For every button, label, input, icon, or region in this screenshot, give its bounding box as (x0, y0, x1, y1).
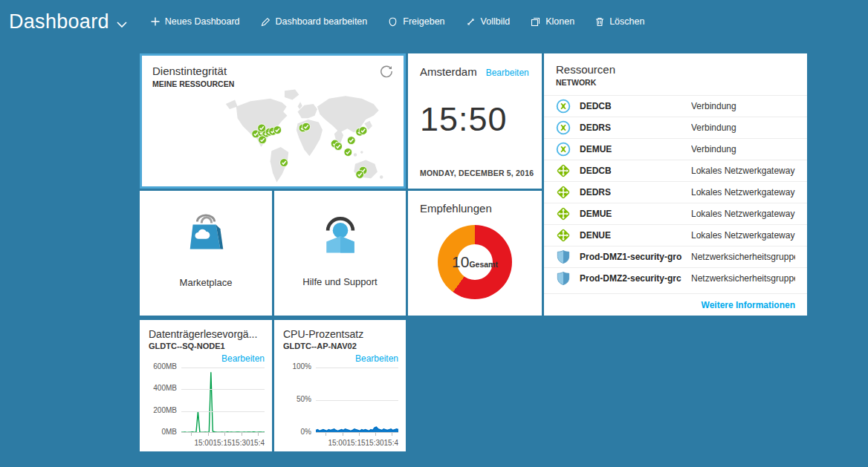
menu-label: Neues Dashboard (165, 16, 240, 27)
disk-edit-link[interactable]: Bearbeiten (221, 353, 265, 364)
y-axis-label: 0MB (161, 428, 177, 436)
connection-icon (556, 120, 571, 135)
tile-recommendations[interactable]: Empfehlungen 10Gesamt (408, 191, 542, 316)
resource-type: Verbindung (691, 123, 795, 133)
x-axis-tick (258, 433, 259, 436)
resource-type: Lokales Netzwerkgateway (691, 230, 795, 241)
disk-chart-x-axis: 15:0015:1515:3015:4 (181, 439, 265, 447)
tile-cpu-chart[interactable]: CPU-Prozentsatz GLDTC--AP-NAV02 Bearbeit… (274, 320, 406, 451)
resource-name: DENUE (580, 230, 691, 241)
marketplace-bag-icon (183, 212, 229, 261)
tile-title: Datenträgerlesevorgä... (149, 328, 265, 340)
gridline (316, 400, 398, 401)
donut-total: 10 (452, 253, 469, 270)
clock-city: Amsterdam (420, 65, 477, 78)
y-axis-label: 400MB (153, 385, 177, 393)
resource-row[interactable]: Prod-DMZ2-security-grcNetzwerksicherheit… (544, 267, 807, 289)
x-axis-tick (359, 433, 360, 436)
topbar: Dashboard Neues Dashboard Dashboard bear… (0, 0, 868, 43)
tile-service-health[interactable]: Dienstintegrität MEINE RESSOURCEN (140, 53, 406, 189)
resource-row[interactable]: DEDRSLokales Netzwerkgateway (544, 181, 807, 203)
donut-hole: 10Gesamt (457, 244, 493, 280)
gateway-icon (556, 206, 571, 221)
gateway-icon (556, 185, 571, 200)
gridline (181, 411, 265, 412)
resource-row[interactable]: Prod-DMZ1-security-groNetzwerksicherheit… (544, 246, 807, 267)
page-title: Dashboard (9, 10, 109, 33)
resource-type: Verbindung (691, 101, 795, 111)
y-axis-label: 0% (301, 428, 311, 436)
connection-icon (556, 99, 571, 114)
health-check-pin (334, 143, 343, 151)
tile-title: Ressourcen (556, 63, 795, 76)
clock-edit-link[interactable]: Bearbeiten (486, 68, 529, 78)
resource-type: Lokales Netzwerkgateway (691, 166, 795, 176)
resource-row[interactable]: DEMUEVerbindung (544, 138, 807, 160)
refresh-icon[interactable] (380, 65, 393, 81)
help-support-label: Hilfe und Support (302, 276, 377, 287)
menu-label: Vollbild (481, 16, 511, 27)
nsg-icon (556, 271, 571, 286)
resource-row[interactable]: DENUELokales Netzwerkgateway (544, 224, 807, 246)
health-check-pin (302, 123, 311, 131)
gridline (181, 368, 265, 368)
health-check-pin (356, 170, 364, 178)
recommendations-donut: 10Gesamt (438, 225, 512, 299)
resource-name: DEDRS (580, 187, 691, 197)
tile-title: Dienstintegrität (152, 65, 234, 77)
clock-date: MONDAY, DECEMBER 5, 2016 (420, 169, 534, 177)
health-check-pin (359, 127, 367, 135)
resource-row[interactable]: DEDCBLokales Netzwerkgateway (544, 160, 807, 181)
tile-resources: Ressourcen NETWORK DEDCBVerbindungDEDRSV… (544, 53, 807, 316)
resource-name: DEMUE (580, 209, 691, 219)
health-check-pin (259, 136, 267, 144)
plus-icon (151, 17, 160, 26)
gridline (316, 432, 398, 433)
gridline (181, 432, 265, 433)
resource-row[interactable]: DEMUELokales Netzwerkgateway (544, 203, 807, 224)
fullscreen-icon (466, 17, 476, 27)
health-check-pin (258, 124, 266, 132)
edit-dashboard-button[interactable]: Dashboard bearbeiten (261, 16, 368, 27)
y-axis-label: 100% (292, 362, 311, 370)
tile-title: Empfehlungen (420, 202, 530, 215)
connection-icon (556, 142, 571, 157)
resource-row[interactable]: DEDCBVerbindung (544, 95, 807, 117)
resource-name: Prod-DMZ1-security-gro (580, 252, 691, 262)
help-support-icon (318, 212, 363, 260)
tile-marketplace[interactable]: Marketplace (140, 191, 272, 316)
tile-help-support[interactable]: Hilfe und Support (274, 191, 406, 316)
clone-button[interactable]: Klonen (531, 16, 574, 27)
gateway-icon (556, 228, 571, 243)
clone-icon (531, 17, 540, 27)
tile-subtitle: GLDTC--SQ-NODE1 (149, 342, 265, 350)
resource-type: Lokales Netzwerkgateway (691, 187, 795, 197)
gridline (181, 389, 265, 390)
y-axis-label: 50% (297, 395, 311, 403)
x-axis-tick (224, 433, 225, 436)
cpu-edit-link[interactable]: Bearbeiten (355, 353, 398, 364)
new-dashboard-button[interactable]: Neues Dashboard (151, 16, 240, 27)
resource-name: DEDCB (580, 101, 691, 111)
nsg-icon (556, 249, 571, 264)
menu-label: Löschen (609, 16, 644, 27)
tile-disk-read-chart[interactable]: Datenträgerlesevorgä... GLDTC--SQ-NODE1 … (140, 320, 272, 451)
resource-type: Lokales Netzwerkgateway (691, 209, 795, 219)
topbar-menu: Neues Dashboard Dashboard bearbeiten Fre… (151, 16, 645, 27)
resource-row[interactable]: DEDRSVerbindung (544, 117, 807, 138)
resource-type: Netzwerksicherheitsgruppe (691, 252, 795, 262)
health-check-pin (344, 148, 352, 157)
chevron-down-icon[interactable] (117, 18, 127, 31)
more-information-link[interactable]: Weitere Informationen (702, 300, 795, 310)
x-axis-tick (242, 433, 242, 436)
y-axis-label: 200MB (153, 406, 177, 414)
share-button[interactable]: Freigeben (388, 16, 444, 27)
world-map (213, 87, 399, 185)
fullscreen-button[interactable]: Vollbild (466, 16, 511, 27)
x-axis-tick (343, 433, 343, 436)
delete-button[interactable]: Löschen (595, 16, 644, 27)
resource-name: DEDCB (580, 166, 691, 176)
resource-name: DEDRS (580, 123, 691, 133)
tile-clock[interactable]: Amsterdam Bearbeiten 15:50 MONDAY, DECEM… (408, 53, 542, 189)
y-axis-label: 600MB (153, 362, 177, 370)
